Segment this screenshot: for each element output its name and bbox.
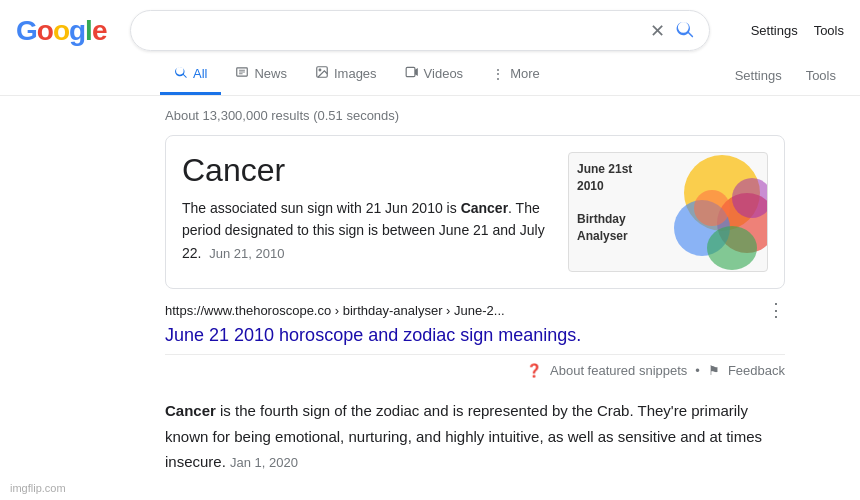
snippet-description: The associated sun sign with 21 Jun 2010… bbox=[182, 197, 552, 265]
snippet-bold-cancer: Cancer bbox=[461, 200, 508, 216]
feedback-text[interactable]: Feedback bbox=[728, 363, 785, 378]
tab-images[interactable]: Images bbox=[301, 55, 391, 95]
about-snippets-text[interactable]: About featured snippets bbox=[550, 363, 687, 378]
tools-link[interactable]: Tools bbox=[814, 23, 844, 38]
more-tab-icon: ⋮ bbox=[491, 66, 505, 82]
snippet-header: Cancer The associated sun sign with 21 J… bbox=[182, 152, 768, 272]
snippet-image-text: June 21st 2010 Birthday Analyser bbox=[569, 153, 767, 253]
svg-point-5 bbox=[319, 69, 321, 71]
images-tab-icon bbox=[315, 65, 329, 82]
main-content: About 13,300,000 results (0.51 seconds) … bbox=[0, 96, 850, 475]
source-url: https://www.thehoroscope.co › birthday-a… bbox=[165, 303, 505, 318]
tab-all-label: All bbox=[193, 66, 207, 81]
source-url-row: https://www.thehoroscope.co › birthday-a… bbox=[165, 299, 785, 321]
videos-tab-icon bbox=[405, 65, 419, 82]
snippet-image: June 21st 2010 Birthday Analyser bbox=[568, 152, 768, 272]
settings-link[interactable]: Settings bbox=[751, 23, 798, 38]
nav-tabs: All News Images Videos ⋮ More Settings T… bbox=[0, 55, 860, 96]
result-link[interactable]: June 21 2010 horoscope and zodiac sign m… bbox=[165, 325, 785, 346]
results-info: About 13,300,000 results (0.51 seconds) bbox=[165, 108, 850, 123]
tools-nav-link[interactable]: Tools bbox=[798, 58, 844, 93]
source-more-icon[interactable]: ⋮ bbox=[767, 299, 785, 321]
second-result-bold: Cancer bbox=[165, 402, 216, 419]
settings-nav-link[interactable]: Settings bbox=[727, 58, 790, 93]
tab-more[interactable]: ⋮ More bbox=[477, 56, 554, 95]
tab-images-label: Images bbox=[334, 66, 377, 81]
news-tab-icon bbox=[235, 65, 249, 82]
search-bar[interactable]: zodiac sign June 21 2010 ✕ bbox=[130, 10, 710, 51]
search-icon bbox=[675, 19, 695, 39]
flag-icon: ⚑ bbox=[708, 363, 720, 378]
snippet-title: Cancer bbox=[182, 152, 552, 189]
clear-search-button[interactable]: ✕ bbox=[650, 20, 665, 42]
tab-more-label: More bbox=[510, 66, 540, 81]
question-icon: ❓ bbox=[526, 363, 542, 378]
snippet-date: Jun 21, 2010 bbox=[209, 246, 284, 261]
second-result: Cancer is the fourth sign of the zodiac … bbox=[165, 398, 785, 475]
snippet-text-area: Cancer The associated sun sign with 21 J… bbox=[182, 152, 552, 265]
featured-snippet-card: Cancer The associated sun sign with 21 J… bbox=[165, 135, 785, 289]
watermark: imgflip.com bbox=[10, 482, 66, 494]
search-button[interactable] bbox=[675, 19, 695, 42]
dot-separator: • bbox=[695, 363, 700, 378]
tab-videos-label: Videos bbox=[424, 66, 464, 81]
tab-all[interactable]: All bbox=[160, 55, 221, 95]
svg-rect-6 bbox=[406, 67, 415, 76]
second-result-date: Jan 1, 2020 bbox=[230, 455, 298, 470]
nav-right: Settings Tools bbox=[727, 58, 860, 93]
about-snippets-row: ❓ About featured snippets • ⚑ Feedback bbox=[165, 354, 785, 386]
tab-news[interactable]: News bbox=[221, 55, 301, 95]
search-input[interactable]: zodiac sign June 21 2010 bbox=[145, 22, 650, 40]
header: Google zodiac sign June 21 2010 ✕ Settin… bbox=[0, 0, 860, 51]
header-right: Settings Tools bbox=[751, 23, 844, 38]
tab-news-label: News bbox=[254, 66, 287, 81]
all-tab-icon bbox=[174, 65, 188, 82]
google-logo: Google bbox=[16, 15, 106, 47]
tab-videos[interactable]: Videos bbox=[391, 55, 478, 95]
